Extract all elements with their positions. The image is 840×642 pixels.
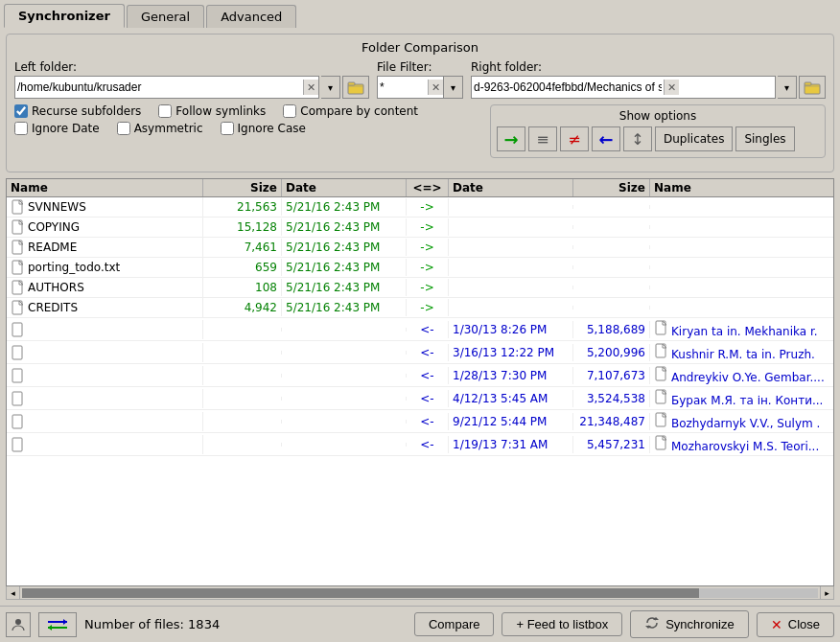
left-folder-input-wrapper: ✕ xyxy=(14,76,319,99)
compare-btn[interactable]: Compare xyxy=(414,612,494,636)
filename-left: AUTHORS xyxy=(28,281,84,294)
cell-size-left: 4,942 xyxy=(203,299,282,316)
file-icon-right xyxy=(654,320,669,335)
cell-size-right: 21,348,487 xyxy=(573,413,650,430)
left-folder-dropdown-btn[interactable]: ▾ xyxy=(321,76,340,99)
file-filter-input[interactable] xyxy=(378,80,428,95)
table-row[interactable]: COPYING 15,128 5/21/16 2:43 PM -> xyxy=(7,218,833,238)
arrow-left-btn[interactable]: ← xyxy=(592,126,620,151)
close-btn[interactable]: ✕ Close xyxy=(757,612,834,637)
cell-date-right xyxy=(449,306,573,310)
group-title: Folder Comparison xyxy=(14,40,826,55)
ignore-case-checkbox[interactable] xyxy=(221,122,234,135)
sync-icon xyxy=(644,615,660,633)
tab-general[interactable]: General xyxy=(127,5,204,28)
synchronize-btn[interactable]: Synchronize xyxy=(630,610,749,638)
checkbox-ignore-date: Ignore Date xyxy=(14,122,100,135)
filename-left: SVNNEWS xyxy=(28,200,86,214)
cell-name-right: Mozharovskyi M.S. Teori... xyxy=(650,433,833,455)
table-row[interactable]: SVNNEWS 21,563 5/21/16 2:43 PM -> xyxy=(7,197,833,218)
cell-name-left xyxy=(7,435,203,454)
cell-date-right: 1/30/13 8:26 PM xyxy=(449,321,573,338)
file-icon-right xyxy=(654,389,669,404)
arrow-right-btn[interactable]: → xyxy=(497,126,525,151)
asymmetric-label: Asymmetric xyxy=(134,122,203,135)
feed-listbox-btn[interactable]: + Feed to listbox xyxy=(502,612,622,636)
profile-btn[interactable] xyxy=(6,612,31,637)
header-size-right: Size xyxy=(573,179,650,196)
show-options-panel: Show options → ≡ ≠ ← ↕ Duplicates Single… xyxy=(490,104,826,158)
table-row[interactable]: <- 1/19/13 7:31 AM 5,457,231 Mozharovsky… xyxy=(7,433,833,456)
symlinks-checkbox[interactable] xyxy=(158,104,172,118)
checkbox-symlinks: Follow symlinks xyxy=(158,104,266,118)
cell-size-right xyxy=(573,245,650,249)
table-row[interactable]: AUTHORS 108 5/21/16 2:43 PM -> xyxy=(7,278,833,298)
scrollbar-track[interactable] xyxy=(22,588,818,598)
right-folder-input-wrapper: ✕ xyxy=(471,76,776,99)
header-date-right: Date xyxy=(449,179,573,196)
right-folder-dropdown-btn[interactable]: ▾ xyxy=(778,76,797,99)
file-list-body[interactable]: SVNNEWS 21,563 5/21/16 2:43 PM -> COPYIN… xyxy=(7,197,833,585)
swap-btn[interactable] xyxy=(38,612,77,637)
file-filter-clear-btn[interactable]: ✕ xyxy=(428,80,443,95)
close-label: Close xyxy=(788,617,820,631)
cell-date-left xyxy=(282,328,407,332)
recurse-label: Recurse subfolders xyxy=(32,104,141,118)
file-filter-dropdown-btn[interactable]: ▾ xyxy=(444,76,463,99)
cell-date-left xyxy=(282,397,407,401)
cell-size-left xyxy=(203,443,282,447)
checkbox-row-2: Ignore Date Asymmetric Ignore Case xyxy=(14,122,484,135)
left-folder-input[interactable] xyxy=(15,80,303,95)
tab-advanced[interactable]: Advanced xyxy=(206,5,296,28)
cell-date-right: 9/21/12 5:44 PM xyxy=(449,413,573,430)
scroll-left-btn[interactable]: ◂ xyxy=(7,586,20,600)
table-row[interactable]: CREDITS 4,942 5/21/16 2:43 PM -> xyxy=(7,298,833,318)
file-icon-left xyxy=(11,240,26,255)
scroll-right-btn[interactable]: ▸ xyxy=(820,586,833,600)
table-row[interactable]: README 7,461 5/21/16 2:43 PM -> xyxy=(7,238,833,258)
filename-left: CREDITS xyxy=(28,301,78,314)
content-checkbox[interactable] xyxy=(283,104,296,118)
duplicates-btn[interactable]: Duplicates xyxy=(655,126,733,151)
tab-synchronizer[interactable]: Synchronizer xyxy=(4,4,125,28)
checkbox-row-1: Recurse subfolders Follow symlinks Compa… xyxy=(14,104,484,118)
asymmetric-checkbox[interactable] xyxy=(117,122,130,135)
left-folder-clear-btn[interactable]: ✕ xyxy=(303,80,318,95)
cell-size-left xyxy=(203,328,282,332)
ignore-date-checkbox[interactable] xyxy=(14,122,28,135)
left-folder-browse-btn[interactable] xyxy=(342,76,369,99)
sync-label: Synchronize xyxy=(665,617,735,631)
not-equals-btn[interactable]: ≠ xyxy=(560,126,589,151)
cell-size-left: 7,461 xyxy=(203,239,282,256)
main-panel: Folder Comparison Left folder: ✕ ▾ xyxy=(0,28,840,606)
right-folder-clear-btn[interactable]: ✕ xyxy=(664,80,679,95)
cell-arrow: -> xyxy=(407,218,449,236)
file-icon-left xyxy=(11,260,26,275)
cell-date-right xyxy=(449,265,573,269)
equals-btn[interactable]: ≡ xyxy=(528,126,557,151)
left-folder-label: Left folder: xyxy=(14,60,369,74)
right-folder-browse-btn[interactable] xyxy=(799,76,826,99)
file-icon-right xyxy=(654,366,669,381)
table-row[interactable]: <- 4/12/13 5:45 AM 3,524,538 Бурак М.Я. … xyxy=(7,387,833,410)
cell-date-right xyxy=(449,225,573,229)
table-row[interactable]: <- 1/28/13 7:30 PM 7,107,673 Andreykiv O… xyxy=(7,364,833,387)
cell-name-left xyxy=(7,412,203,431)
svg-rect-18 xyxy=(12,415,22,428)
right-folder-input[interactable] xyxy=(472,80,664,95)
table-row[interactable]: <- 9/21/12 5:44 PM 21,348,487 Bozhydarny… xyxy=(7,410,833,433)
recurse-checkbox[interactable] xyxy=(14,104,28,118)
svg-rect-12 xyxy=(12,346,22,359)
svg-rect-14 xyxy=(12,369,22,382)
table-row[interactable]: <- 1/30/13 8:26 PM 5,188,689 Kiryan ta i… xyxy=(7,318,833,341)
cell-size-left xyxy=(203,397,282,401)
single-btn[interactable]: ↕ xyxy=(623,126,652,151)
cell-size-left xyxy=(203,351,282,355)
left-folder-input-row: ✕ ▾ xyxy=(14,76,369,99)
singles-btn[interactable]: Singles xyxy=(735,126,794,151)
cell-name-left: SVNNEWS xyxy=(7,197,203,217)
filename-left: COPYING xyxy=(28,220,80,234)
table-row[interactable]: <- 3/16/13 12:22 PM 5,200,996 Kushnir R.… xyxy=(7,341,833,364)
cell-name-right: Kushnir R.M. ta in. Pruzh. xyxy=(650,341,833,363)
table-row[interactable]: porting_todo.txt 659 5/21/16 2:43 PM -> xyxy=(7,258,833,278)
